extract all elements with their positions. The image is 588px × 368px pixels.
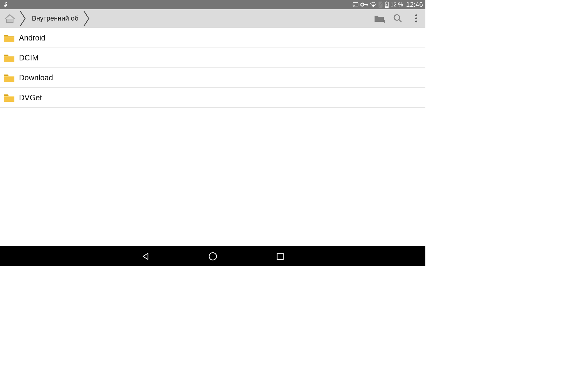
- folder-row[interactable]: Download: [0, 68, 425, 88]
- svg-line-11: [399, 20, 401, 22]
- nav-recent-button[interactable]: [274, 250, 286, 263]
- breadcrumb-separator-icon: [20, 9, 26, 28]
- new-folder-button[interactable]: +: [370, 9, 389, 28]
- overflow-menu-button[interactable]: [407, 9, 425, 28]
- breadcrumb-current[interactable]: Внутренний об: [26, 9, 83, 28]
- svg-text:+: +: [383, 19, 385, 23]
- folder-row[interactable]: Android: [0, 28, 425, 48]
- recent-square-icon: [276, 252, 284, 260]
- nav-back-button[interactable]: [139, 250, 152, 263]
- battery-charging-icon: [385, 2, 389, 8]
- no-sim-icon: [378, 2, 383, 8]
- breadcrumb-current-label: Внутренний об: [32, 14, 78, 22]
- svg-rect-16: [4, 36, 14, 37]
- breadcrumb-home-button[interactable]: [0, 9, 20, 28]
- app-toolbar: Внутренний об +: [0, 9, 425, 28]
- svg-rect-4: [367, 4, 368, 6]
- svg-rect-18: [4, 56, 14, 57]
- breadcrumb-separator-icon: [83, 9, 90, 28]
- svg-rect-20: [4, 76, 14, 77]
- svg-point-14: [415, 21, 417, 22]
- folder-row[interactable]: DVGet: [0, 88, 425, 108]
- folder-icon: [4, 33, 15, 42]
- file-list[interactable]: Android DCIM Download DVGet: [0, 28, 425, 246]
- cast-icon: [352, 2, 359, 8]
- folder-name: Download: [19, 73, 53, 82]
- new-folder-icon: +: [374, 14, 385, 23]
- svg-rect-8: [385, 6, 388, 8]
- svg-point-10: [394, 15, 400, 20]
- folder-name: DVGet: [19, 93, 42, 102]
- folder-row[interactable]: DCIM: [0, 48, 425, 68]
- battery-percent-text: 12 %: [390, 2, 403, 8]
- search-icon: [393, 14, 402, 23]
- vpn-key-icon: [360, 2, 368, 7]
- folder-icon: [4, 53, 15, 62]
- wifi-icon: [370, 2, 376, 7]
- music-note-icon: [2, 2, 9, 8]
- home-circle-icon: [208, 252, 217, 261]
- svg-point-23: [209, 253, 217, 260]
- folder-icon: [4, 73, 15, 82]
- android-status-bar: 12 % 12:46: [0, 0, 425, 9]
- svg-point-2: [361, 3, 364, 6]
- folder-icon: [4, 93, 15, 102]
- folder-name: DCIM: [19, 53, 39, 62]
- home-icon: [5, 14, 15, 23]
- svg-rect-24: [277, 253, 283, 259]
- search-button[interactable]: [389, 9, 407, 28]
- more-vert-icon: [415, 14, 417, 23]
- folder-name: Android: [19, 33, 45, 42]
- svg-point-1: [353, 7, 354, 7]
- svg-rect-22: [4, 96, 14, 97]
- clock-text: 12:46: [406, 1, 423, 9]
- svg-rect-0: [353, 2, 358, 6]
- svg-point-13: [415, 17, 417, 19]
- nav-home-button[interactable]: [207, 250, 219, 263]
- android-nav-bar: [0, 246, 425, 266]
- back-triangle-icon: [141, 252, 150, 261]
- svg-point-12: [415, 14, 417, 16]
